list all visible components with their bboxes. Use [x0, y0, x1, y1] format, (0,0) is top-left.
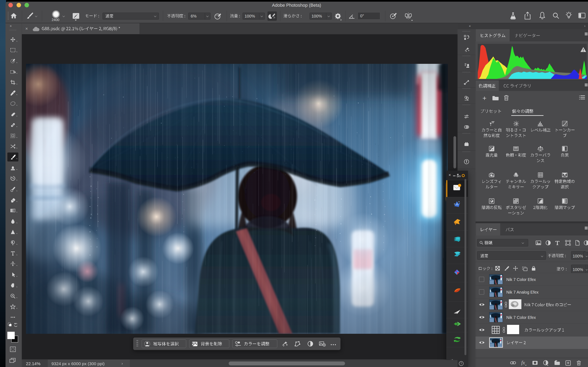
svg-text:fx: fx [521, 360, 525, 365]
svg-text:?: ? [460, 362, 462, 365]
